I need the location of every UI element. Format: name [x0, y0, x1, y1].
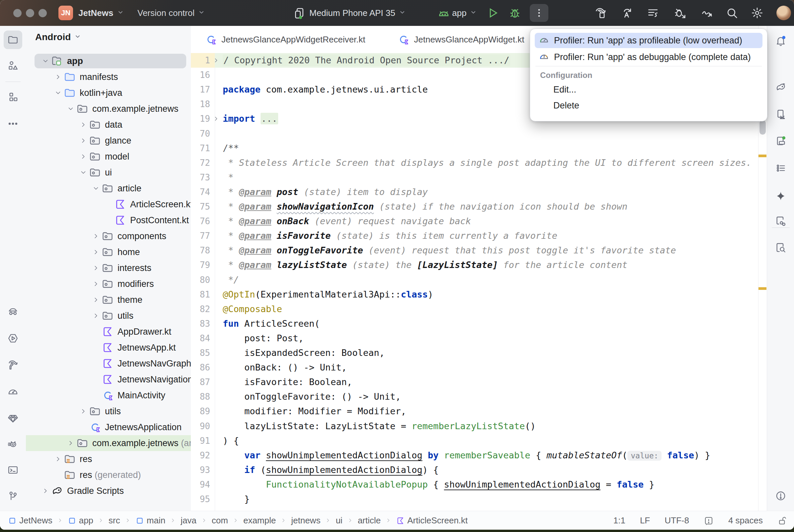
user-avatar[interactable]: [776, 6, 791, 20]
breadcrumb-item[interactable]: ArticleScreen.kt: [396, 515, 468, 526]
inspection-warning-icon[interactable]: [704, 516, 714, 526]
tree-expand-chevron[interactable]: [40, 485, 51, 496]
tree-row[interactable]: interests: [26, 260, 191, 276]
breadcrumb-item[interactable]: JetNews: [8, 515, 52, 526]
gemini-gem-icon[interactable]: [7, 413, 19, 424]
run-menu-action[interactable]: Delete: [553, 100, 579, 111]
tree-row[interactable]: manifests: [26, 69, 191, 85]
ai-spark-icon[interactable]: [775, 190, 787, 202]
window-minimize-button[interactable]: [26, 9, 34, 17]
code-editor[interactable]: 1/ Copyright 2020 The Android Open Sourc…: [191, 53, 758, 511]
caret-position[interactable]: 1:1: [613, 515, 625, 526]
app-inspection-search-icon[interactable]: [775, 242, 787, 253]
profiler-gauge-icon[interactable]: [7, 386, 19, 398]
tree-row[interactable]: JetnewsApplication: [26, 419, 191, 435]
editor-tab[interactable]: JetnewsGlanceAppWidgetReceiver.kt: [205, 26, 366, 53]
todo-checklist-icon[interactable]: [775, 163, 787, 174]
lock-open-icon[interactable]: [777, 516, 787, 526]
breadcrumb-item[interactable]: article: [358, 515, 381, 526]
line-ending[interactable]: LF: [640, 515, 650, 526]
tree-row[interactable]: model: [26, 149, 191, 165]
tree-row[interactable]: modifiers: [26, 276, 191, 292]
tree-expand-chevron[interactable]: [78, 119, 89, 130]
tree-collapse-chevron[interactable]: [65, 103, 76, 114]
run-config-selector[interactable]: app: [452, 0, 477, 26]
task-list-icon[interactable]: [647, 7, 659, 19]
tree-row[interactable]: JetnewsNavigation: [26, 372, 191, 387]
project-menu[interactable]: JetNews: [78, 0, 124, 26]
scrollbar-thumb[interactable]: [759, 120, 766, 135]
tree-row[interactable]: res: [26, 451, 191, 467]
project-view-selector[interactable]: Android: [35, 32, 81, 42]
breadcrumb-item[interactable]: com: [212, 515, 228, 526]
device-manager-phone-icon[interactable]: [775, 109, 787, 120]
tree-expand-chevron[interactable]: [90, 294, 101, 305]
tree-collapse-chevron[interactable]: [40, 55, 51, 66]
vcs-menu[interactable]: Version control: [137, 0, 205, 26]
device-selector[interactable]: Medium Phone API 35: [309, 0, 406, 26]
window-close-button[interactable]: [13, 9, 22, 17]
tree-expand-chevron[interactable]: [90, 246, 101, 258]
changed-lines-marker[interactable]: [758, 287, 767, 290]
more-run-options-button[interactable]: [530, 4, 548, 22]
tree-row[interactable]: res (generated): [26, 467, 191, 483]
tree-row[interactable]: AppDrawer.kt: [26, 324, 191, 340]
gradle-elephant-icon[interactable]: [775, 81, 787, 93]
encoding[interactable]: UTF-8: [665, 515, 689, 526]
settings-icon[interactable]: [751, 7, 763, 19]
refactor-icon[interactable]: [620, 7, 633, 19]
notifications-bell-icon[interactable]: [775, 35, 787, 46]
editor-tab[interactable]: JetnewsGlanceAppWidget.kt: [397, 26, 524, 53]
breadcrumb-item[interactable]: main: [135, 515, 165, 526]
sync-icon[interactable]: [700, 7, 713, 19]
device-mirror-link-icon[interactable]: [775, 215, 787, 227]
breadcrumb-item[interactable]: java: [181, 515, 197, 526]
tree-expand-chevron[interactable]: [78, 151, 89, 162]
problems-exclamation-icon[interactable]: [775, 490, 787, 501]
tree-row[interactable]: utils: [26, 308, 191, 324]
build-icon[interactable]: [594, 7, 607, 19]
tree-expand-chevron[interactable]: [90, 310, 101, 321]
tree-row[interactable]: data: [26, 117, 191, 133]
tree-expand-chevron[interactable]: [78, 135, 89, 146]
build-hammer-icon[interactable]: [7, 359, 19, 370]
tree-row[interactable]: theme: [26, 292, 191, 308]
tree-row[interactable]: JetnewsApp.kt: [26, 340, 191, 356]
tree-row[interactable]: article: [26, 180, 191, 196]
tree-row[interactable]: Gradle Scripts: [26, 483, 191, 499]
tree-row[interactable]: utils: [26, 403, 191, 419]
tree-collapse-chevron[interactable]: [78, 167, 89, 178]
tree-expand-chevron[interactable]: [52, 71, 64, 82]
resource-manager-icon[interactable]: [7, 60, 19, 71]
terminal-icon[interactable]: [7, 464, 19, 476]
tree-row[interactable]: kotlin+java: [26, 85, 191, 101]
breadcrumb-item[interactable]: jetnews: [291, 515, 320, 526]
changed-lines-marker[interactable]: [758, 155, 767, 157]
tree-expand-chevron[interactable]: [65, 437, 76, 449]
tree-row[interactable]: PostContent.kt: [26, 212, 191, 228]
run-menu-item[interactable]: Profiler: Run 'app' as debuggable (compl…: [535, 50, 762, 65]
tree-expand-chevron[interactable]: [52, 453, 64, 465]
search-icon[interactable]: [726, 7, 738, 19]
more-icon[interactable]: [7, 118, 19, 129]
tree-collapse-chevron[interactable]: [52, 87, 64, 98]
tree-expand-chevron[interactable]: [90, 278, 101, 289]
tree-row[interactable]: MainActivity: [26, 387, 191, 403]
app-quality-insights-icon[interactable]: [7, 307, 19, 318]
structure-icon[interactable]: [7, 92, 19, 103]
attach-debugger-icon[interactable]: [674, 7, 686, 19]
indent-setting[interactable]: 4 spaces: [728, 515, 763, 526]
tree-row[interactable]: ui: [26, 165, 191, 180]
breadcrumb-item[interactable]: src: [109, 515, 120, 526]
tree-row[interactable]: app: [26, 53, 191, 69]
services-icon[interactable]: [7, 332, 19, 344]
tree-expand-chevron[interactable]: [78, 406, 89, 417]
fold-chevron-icon[interactable]: [213, 111, 221, 126]
fold-chevron-icon[interactable]: [213, 53, 221, 68]
project-folder-icon[interactable]: [7, 34, 19, 45]
tree-row[interactable]: com.example.jetnews (an: [26, 435, 191, 451]
git-branch-icon[interactable]: [7, 490, 19, 501]
tree-row[interactable]: ArticleScreen.kt: [26, 196, 191, 212]
tree-row[interactable]: components: [26, 228, 191, 244]
run-button[interactable]: [487, 7, 499, 19]
